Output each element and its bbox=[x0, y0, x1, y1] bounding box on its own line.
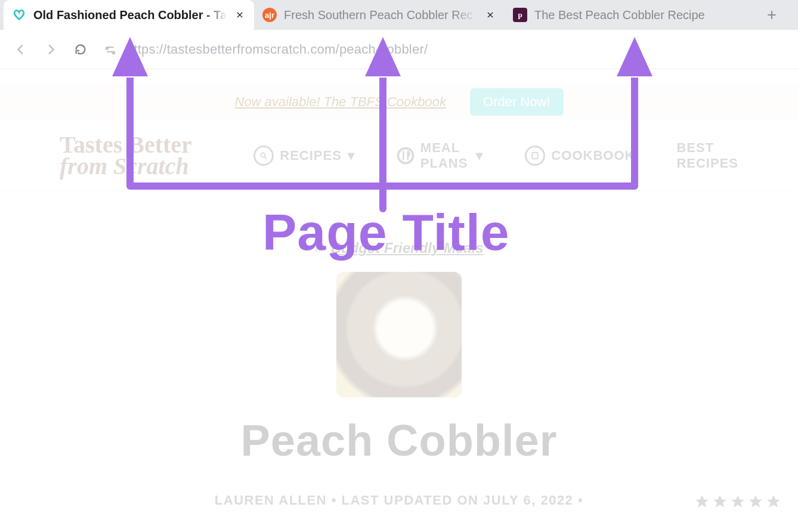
svg-point-1 bbox=[398, 148, 413, 163]
nav-label: MEAL PLANS bbox=[420, 140, 471, 171]
site-logo[interactable]: Tastes Better from Scratch bbox=[60, 134, 218, 177]
book-icon bbox=[525, 146, 545, 166]
page-title: Peach Cobbler bbox=[0, 415, 798, 466]
annotation-overlay bbox=[0, 0, 798, 532]
nav-label: BEST RECIPES bbox=[676, 140, 738, 171]
browser-tab-3[interactable]: p The Best Peach Cobbler Recipe bbox=[505, 0, 755, 30]
fork-knife-icon bbox=[397, 146, 415, 166]
tab-strip: Old Fashioned Peach Cobbler - Ta a|r Fre… bbox=[0, 0, 798, 30]
nav-label: RECIPES bbox=[280, 148, 342, 163]
forward-button[interactable] bbox=[44, 43, 57, 56]
favicon-allrecipes-icon: a|r bbox=[262, 8, 277, 22]
rating-stars[interactable] bbox=[694, 494, 781, 509]
nav-best-recipes[interactable]: BEST RECIPES bbox=[676, 140, 738, 171]
brand-line-1: Tastes Better bbox=[60, 134, 218, 156]
promo-bar: Now available! The TBFS Cookbook Order N… bbox=[0, 84, 798, 120]
chevron-down-icon: ▾ bbox=[476, 148, 483, 163]
url-text: https://tastesbetterfromscratch.com/peac… bbox=[126, 42, 428, 57]
favicon-pinchofyum-icon: p bbox=[513, 8, 527, 22]
byline: LAUREN ALLEN • LAST UPDATED ON JULY 6, 2… bbox=[0, 493, 798, 508]
annotation-label: Page Title bbox=[262, 203, 510, 262]
site-header: Tastes Better from Scratch RECIPES ▾ MEA… bbox=[0, 120, 798, 191]
promo-link[interactable]: Now available! The TBFS Cookbook bbox=[234, 94, 446, 110]
page-content-faded: Now available! The TBFS Cookbook Order N… bbox=[0, 69, 798, 532]
recipe-hero-image bbox=[336, 272, 462, 397]
star-icon bbox=[766, 494, 781, 509]
favicon-heart-icon bbox=[12, 8, 26, 22]
tab-title: Fresh Southern Peach Cobbler Rec bbox=[284, 8, 477, 22]
close-icon[interactable] bbox=[234, 9, 246, 21]
star-icon bbox=[730, 494, 746, 509]
star-icon bbox=[712, 494, 728, 509]
svg-rect-2 bbox=[533, 152, 538, 159]
back-button[interactable] bbox=[14, 43, 27, 56]
reload-button[interactable] bbox=[74, 43, 87, 56]
tab-title: Old Fashioned Peach Cobbler - Ta bbox=[33, 8, 227, 22]
svg-point-0 bbox=[261, 153, 265, 157]
new-tab-button[interactable] bbox=[755, 0, 788, 30]
nav-recipes[interactable]: RECIPES ▾ bbox=[253, 146, 355, 166]
magnifier-icon bbox=[253, 146, 274, 166]
address-bar: https://tastesbetterfromscratch.com/peac… bbox=[0, 30, 798, 69]
site-settings-icon[interactable] bbox=[104, 43, 117, 56]
brand-line-2: from Scratch bbox=[60, 156, 218, 177]
browser-tab-1[interactable]: Old Fashioned Peach Cobbler - Ta bbox=[4, 0, 254, 30]
nav-cookbook[interactable]: COOKBOOK bbox=[525, 146, 635, 166]
star-icon bbox=[694, 494, 710, 509]
order-button[interactable]: Order Now! bbox=[470, 88, 563, 116]
chevron-down-icon: ▾ bbox=[348, 148, 355, 163]
nav-label: COOKBOOK bbox=[551, 148, 635, 163]
close-icon[interactable] bbox=[484, 9, 496, 21]
url-input[interactable]: https://tastesbetterfromscratch.com/peac… bbox=[104, 42, 784, 57]
main-nav: RECIPES ▾ MEAL PLANS ▾ COOKBOOK BEST REC… bbox=[253, 140, 738, 171]
star-icon bbox=[748, 494, 763, 509]
nav-meal-plans[interactable]: MEAL PLANS ▾ bbox=[397, 140, 484, 171]
tab-title: The Best Peach Cobbler Recipe bbox=[534, 8, 747, 22]
browser-tab-2[interactable]: a|r Fresh Southern Peach Cobbler Rec bbox=[254, 0, 505, 30]
